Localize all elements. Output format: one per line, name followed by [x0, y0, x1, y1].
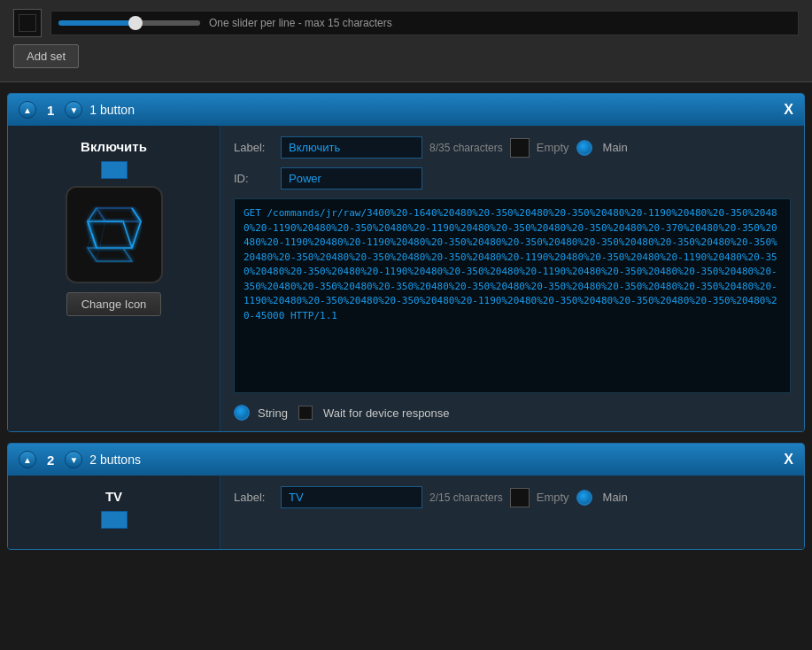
panel-header-1: ▲ 1 ▼ 1 button X	[8, 94, 804, 126]
svg-line-11	[97, 221, 105, 261]
panel-right-2: Label: 2/15 characters Empty Main	[220, 476, 804, 549]
string-label-1: String	[258, 406, 288, 420]
bottom-controls-1: String Wait for device response	[234, 405, 791, 421]
command-textarea-1[interactable]: GET /commands/jr/raw/3400%20-1640%20480%…	[234, 198, 791, 393]
label-field-label-1: Label:	[234, 141, 274, 154]
string-radio-group: String	[234, 405, 288, 421]
panel-number-1: 1	[47, 103, 54, 118]
char-count-1: 8/35 characters	[429, 142, 503, 154]
wait-label-1: Wait for device response	[323, 406, 450, 420]
main-radio-1[interactable]	[576, 140, 592, 156]
button-name-2: TV	[105, 489, 122, 504]
add-set-button[interactable]: Add set	[13, 44, 79, 68]
panel-header-2: ▲ 2 ▼ 2 buttons X	[8, 444, 804, 476]
panel-body-2: TV Label: 2/15 characters Empty Main	[8, 476, 804, 549]
button-name-1: Включить	[81, 139, 147, 154]
color-picker-2[interactable]	[510, 488, 530, 507]
label-row-1: Label: 8/35 characters Empty Main	[234, 136, 791, 159]
close-button-1[interactable]: X	[784, 102, 793, 118]
svg-marker-0	[97, 208, 141, 221]
panel-header-label-1: 1 button	[89, 103, 777, 117]
label-field-label-2: Label:	[234, 491, 274, 504]
panel-section-1: ▲ 1 ▼ 1 button X Включить	[7, 93, 805, 432]
slider-row: One slider per line - max 15 characters	[13, 9, 799, 37]
panel-number-2: 2	[47, 453, 54, 468]
string-radio-1[interactable]	[234, 405, 250, 421]
id-row-1: ID:	[234, 167, 791, 190]
icon-preview-1	[66, 186, 163, 283]
change-icon-button-1[interactable]: Change Icon	[66, 292, 162, 316]
color-swatch-2[interactable]	[101, 511, 128, 529]
svg-marker-1	[88, 221, 132, 248]
svg-marker-2	[88, 248, 132, 261]
close-button-2[interactable]: X	[784, 452, 793, 468]
down-button-1[interactable]: ▼	[65, 101, 82, 119]
svg-line-5	[132, 221, 141, 248]
svg-line-3	[132, 208, 141, 221]
icon-box	[13, 9, 42, 37]
panel-left-2: TV	[8, 476, 220, 549]
color-swatch-1[interactable]	[101, 161, 128, 179]
top-section: One slider per line - max 15 characters …	[0, 0, 812, 82]
empty-label-2: Empty	[537, 491, 569, 504]
panel-left-1: Включить	[8, 126, 220, 431]
main-label-1: Main	[603, 141, 628, 154]
id-input-1[interactable]	[281, 167, 422, 190]
panel-right-1: Label: 8/35 characters Empty Main ID: GE…	[220, 126, 804, 431]
cube-svg	[79, 199, 150, 270]
wait-checkbox-1[interactable]	[298, 406, 313, 420]
color-picker-1[interactable]	[510, 138, 530, 158]
slider-label: One slider per line - max 15 characters	[209, 17, 392, 29]
label-input-2[interactable]	[281, 486, 422, 508]
panel-header-label-2: 2 buttons	[89, 453, 777, 467]
empty-label-1: Empty	[537, 141, 569, 154]
char-count-2: 2/15 characters	[429, 491, 503, 504]
label-input-1[interactable]	[281, 136, 422, 159]
label-row-2: Label: 2/15 characters Empty Main	[234, 486, 791, 508]
main-radio-2[interactable]	[576, 490, 592, 506]
up-button-1[interactable]: ▲	[19, 101, 36, 119]
panel-section-2: ▲ 2 ▼ 2 buttons X TV Label: 2/15 charact…	[7, 443, 805, 550]
main-label-2: Main	[603, 491, 628, 504]
down-button-2[interactable]: ▼	[65, 451, 82, 468]
slider-input[interactable]	[58, 20, 200, 26]
panel-body-1: Включить	[8, 126, 804, 431]
id-field-label-1: ID:	[234, 172, 274, 185]
up-button-2[interactable]: ▲	[19, 451, 36, 468]
